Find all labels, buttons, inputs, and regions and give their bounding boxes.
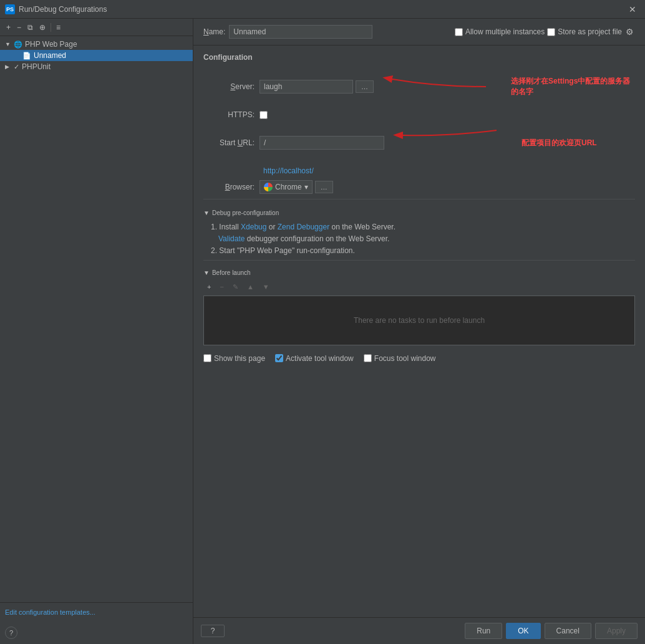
https-checkbox[interactable] — [259, 111, 268, 119]
server-ellipsis-button[interactable]: … — [356, 80, 374, 93]
debug-step-1b: Validate debugger configuration on the W… — [211, 233, 635, 245]
debug-step1-pre: 1. Install — [211, 223, 241, 231]
server-select-wrapper: laugh … — [259, 80, 374, 94]
remove-task-button[interactable]: − — [216, 281, 227, 292]
show-this-page-item: Show this page — [203, 354, 265, 363]
remove-config-button[interactable]: − — [14, 22, 24, 32]
debug-step1-post: on the Web Server. — [329, 223, 395, 231]
close-button[interactable]: ✕ — [625, 3, 640, 16]
no-tasks-message: There are no tasks to run before launch — [354, 316, 485, 325]
show-this-page-checkbox[interactable] — [203, 354, 211, 362]
activate-tool-window-checkbox[interactable] — [275, 354, 283, 362]
tree-item-phpunit[interactable]: ▶ ✓ PHPUnit — [0, 61, 193, 72]
name-field-group: Name: — [203, 25, 372, 39]
server-annotation: 选择刚才在Settings中配置的服务器的名字 — [386, 68, 635, 105]
ok-button[interactable]: OK — [506, 623, 540, 639]
tree-item-unnamed[interactable]: 📄 Unnamed — [0, 50, 193, 61]
debug-step1b-post: debugger configuration on the Web Server… — [245, 234, 389, 243]
browser-dropdown-arrow-icon: ▾ — [304, 183, 308, 191]
config-body: Configuration Server: laugh … — [193, 46, 645, 617]
copy-config-button[interactable]: ⧉ — [25, 22, 36, 32]
title-bar: PS Run/Debug Configurations ✕ — [0, 0, 645, 19]
help-button[interactable]: ? — [5, 627, 17, 639]
browser-ellipsis-button[interactable]: … — [315, 181, 333, 193]
allow-multiple-label: Allow multiple instances — [465, 27, 545, 36]
browser-select-button[interactable]: Chrome ▾ — [259, 180, 313, 194]
bottom-help-button[interactable]: ? — [201, 625, 225, 637]
tree-item-php-web-page[interactable]: ▼ 🌐 PHP Web Page — [0, 39, 193, 50]
store-as-project-label: Store as project file — [558, 27, 622, 36]
run-button[interactable]: Run — [465, 623, 502, 639]
debug-instructions: 1. Install Xdebug or Zend Debugger on th… — [203, 221, 635, 257]
server-label: Server: — [203, 82, 259, 91]
sort-config-button[interactable]: ≡ — [54, 22, 63, 32]
before-launch-section: ▼ Before launch + − ✎ ▲ ▼ There are no t… — [203, 269, 635, 365]
cancel-button[interactable]: Cancel — [545, 623, 591, 639]
before-launch-header[interactable]: ▼ Before launch — [203, 269, 635, 276]
debug-section: ▼ Debug pre-configuration 1. Install Xde… — [203, 209, 635, 257]
server-row: Server: laugh … — [203, 68, 635, 105]
browser-label: Browser: — [203, 183, 259, 191]
chrome-icon — [264, 183, 273, 191]
divider-1 — [203, 199, 635, 199]
expand-arrow-phpunit: ▶ — [5, 64, 11, 70]
https-label: HTTPS: — [203, 110, 259, 119]
main-content: + − ⧉ ⊕ ≡ ▼ 🌐 PHP Web Page 📄 Unnamed ▶ — [0, 19, 645, 644]
sidebar-toolbar: + − ⧉ ⊕ ≡ — [0, 19, 193, 36]
before-launch-tasks-area: There are no tasks to run before launch — [203, 296, 635, 345]
browser-name: Chrome — [275, 183, 302, 191]
start-url-label: Start URL: — [203, 138, 259, 147]
toolbar-separator — [51, 23, 51, 32]
before-launch-toolbar: + − ✎ ▲ ▼ — [203, 281, 635, 293]
configuration-section-title: Configuration — [203, 53, 635, 62]
app-icon: PS — [5, 4, 15, 14]
server-select[interactable]: laugh — [259, 80, 353, 94]
gear-button[interactable]: ⚙ — [624, 27, 635, 37]
edit-task-button[interactable]: ✎ — [229, 281, 242, 293]
server-annotation-text: 选择刚才在Settings中配置的服务器的名字 — [511, 76, 635, 97]
focus-tool-window-label: Focus tool window — [374, 354, 436, 363]
config-section-wrapper: Server: laugh … — [203, 68, 635, 194]
config-panel: Name: Allow multiple instances Store as … — [193, 19, 645, 644]
add-config-button[interactable]: + — [4, 22, 13, 32]
edit-templates-link[interactable]: Edit configuration templates... — [5, 608, 95, 616]
debug-pre-config-title: Debug pre-configuration — [212, 209, 279, 216]
debug-step-1: 1. Install Xdebug or Zend Debugger on th… — [211, 221, 635, 233]
bottom-checkboxes: Show this page Activate tool window Focu… — [203, 352, 635, 365]
debug-pre-config-header[interactable]: ▼ Debug pre-configuration — [203, 209, 635, 216]
focus-tool-window-item: Focus tool window — [364, 354, 436, 363]
before-launch-collapse-icon: ▼ — [203, 269, 210, 276]
validate-link[interactable]: Validate — [218, 234, 245, 243]
name-input[interactable] — [229, 25, 372, 39]
config-tree: ▼ 🌐 PHP Web Page 📄 Unnamed ▶ ✓ PHPUnit — [0, 36, 193, 602]
store-as-project-checkbox[interactable] — [547, 28, 555, 36]
localhost-link[interactable]: http://localhost/ — [263, 166, 635, 175]
collapse-arrow-icon: ▼ — [203, 209, 210, 216]
start-url-row: Start URL: 配置项目的欢迎页URL — [203, 124, 635, 161]
apply-button[interactable]: Apply — [595, 623, 638, 639]
header-checkboxes: Allow multiple instances Store as projec… — [455, 27, 635, 37]
start-url-input[interactable] — [259, 136, 384, 150]
allow-multiple-checkbox[interactable] — [455, 28, 463, 36]
browser-wrapper: Chrome ▾ … — [259, 180, 333, 194]
move-config-button[interactable]: ⊕ — [37, 22, 48, 32]
help-area: ? — [0, 622, 193, 644]
sidebar-footer: Edit configuration templates... — [0, 602, 193, 622]
focus-tool-window-checkbox[interactable] — [364, 354, 372, 362]
name-label: Name: — [203, 27, 225, 36]
move-up-task-button[interactable]: ▲ — [243, 281, 258, 292]
zend-debugger-link[interactable]: Zend Debugger — [278, 223, 329, 231]
config-header: Name: Allow multiple instances Store as … — [193, 19, 645, 46]
url-arrow-svg — [397, 124, 521, 161]
php-web-page-label: PHP Web Page — [25, 40, 77, 49]
bottom-help-area: ? — [201, 625, 225, 637]
activate-tool-window-label: Activate tool window — [286, 354, 354, 363]
add-task-button[interactable]: + — [203, 281, 215, 292]
show-this-page-label: Show this page — [214, 354, 265, 363]
before-launch-title: Before launch — [212, 269, 251, 276]
move-down-task-button[interactable]: ▼ — [259, 281, 273, 292]
unnamed-label: Unnamed — [34, 51, 66, 60]
xdebug-link[interactable]: Xdebug — [241, 223, 266, 231]
unnamed-icon: 📄 — [22, 52, 31, 60]
phpunit-icon: ✓ — [14, 63, 19, 71]
